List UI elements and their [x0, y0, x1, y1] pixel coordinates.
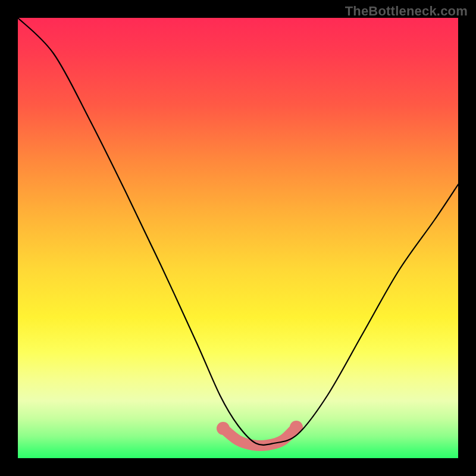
chart-stage: TheBottleneck.com [0, 0, 476, 476]
plot-area [18, 18, 458, 458]
bottleneck-curve [18, 18, 458, 445]
optimal-range-highlight [223, 427, 296, 446]
watermark-text: TheBottleneck.com [345, 4, 468, 19]
chart-overlay [18, 18, 458, 458]
optimal-range-endpoint-left [217, 422, 230, 435]
